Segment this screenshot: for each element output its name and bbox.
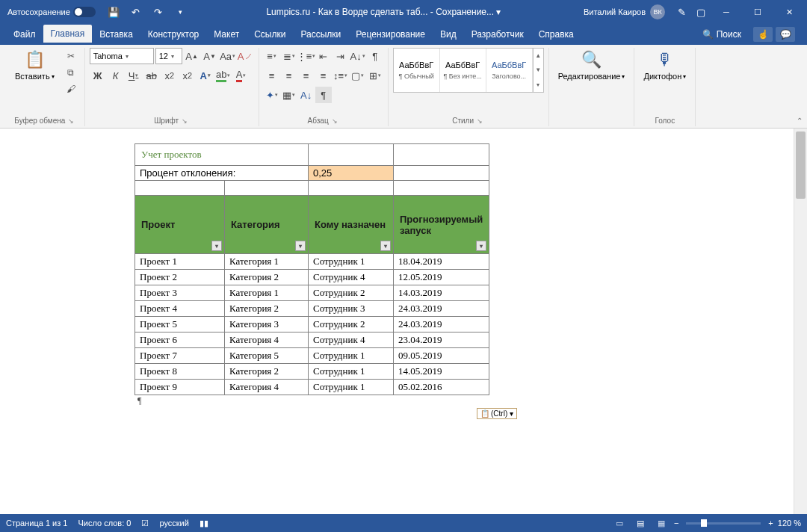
table-cell[interactable]: Категория 1: [225, 285, 309, 301]
zoom-in-button[interactable]: +: [768, 519, 773, 528]
filter-icon[interactable]: ▾: [380, 241, 391, 251]
decrease-indent-button[interactable]: ⇤: [315, 48, 332, 64]
pilcrow-button[interactable]: ¶: [315, 87, 332, 103]
view-read-button[interactable]: ▭: [611, 516, 628, 530]
status-macro-icon[interactable]: ▮▮: [200, 519, 208, 528]
status-words[interactable]: Число слов: 0: [78, 519, 131, 528]
line-spacing-button[interactable]: ↕≡: [333, 67, 349, 84]
text-effects-button[interactable]: A: [197, 67, 214, 84]
bold-button[interactable]: Ж: [90, 67, 106, 84]
font-name-combo[interactable]: Tahoma▾: [90, 48, 154, 64]
document-page[interactable]: Учет проектов Процент отклонения: 0,25 П…: [0, 129, 794, 514]
font-color-button[interactable]: A: [233, 67, 250, 84]
themes-button[interactable]: ✦: [264, 87, 280, 103]
table-cell[interactable]: Проект 2: [135, 270, 225, 285]
status-page[interactable]: Страница 1 из 1: [6, 519, 67, 528]
table-cell[interactable]: 23.04.2019: [394, 332, 489, 348]
pct-label-cell[interactable]: Процент отклонения:: [135, 166, 309, 181]
view-web-button[interactable]: ▦: [653, 516, 670, 530]
clear-format-button[interactable]: A⟋: [238, 48, 254, 64]
header-project[interactable]: Проект▾: [135, 196, 225, 254]
header-launch[interactable]: Прогнозируемый запуск▾: [394, 196, 489, 254]
style-nospacing[interactable]: АаБбВвГ ¶ Без инте...: [440, 49, 486, 92]
font-launcher-icon[interactable]: ↘: [182, 117, 189, 125]
table-row[interactable]: Проект 2Категория 2Сотрудник 412.05.2019: [135, 270, 489, 285]
table-cell[interactable]: 09.05.2019: [394, 348, 489, 364]
table-cell[interactable]: Проект 7: [135, 348, 225, 364]
table-cell[interactable]: 24.03.2019: [394, 301, 489, 317]
table-cell[interactable]: Сотрудник 1: [309, 364, 394, 380]
table-row[interactable]: Проект 9Категория 4Сотрудник 105.02.2016: [135, 380, 489, 395]
table-row[interactable]: Проект 6Категория 4Сотрудник 423.04.2019: [135, 332, 489, 348]
table-cell[interactable]: Проект 4: [135, 301, 225, 317]
align-left-button[interactable]: ≡: [264, 67, 280, 84]
filter-icon[interactable]: ▾: [295, 241, 306, 251]
table-cell[interactable]: 05.02.2016: [394, 380, 489, 395]
tab-developer[interactable]: Разработчик: [464, 25, 531, 43]
autosave-toggle[interactable]: Автосохранение: [3, 7, 100, 17]
collapse-ribbon-icon[interactable]: ⌃: [797, 117, 803, 125]
minimize-button[interactable]: ─: [711, 0, 741, 24]
format-painter-button[interactable]: 🖌: [64, 82, 78, 96]
justify-button[interactable]: ≡: [315, 67, 332, 84]
underline-button[interactable]: Ч: [126, 67, 142, 84]
paste-button[interactable]: 📋 Вставить▾: [10, 48, 59, 82]
undo-icon[interactable]: ↶: [127, 3, 145, 21]
table-cell[interactable]: Категория 1: [225, 254, 309, 270]
draw-mode-icon[interactable]: ✎: [672, 3, 690, 21]
view-print-button[interactable]: ▤: [632, 516, 649, 530]
show-marks-button[interactable]: ¶: [367, 48, 383, 64]
header-category[interactable]: Категория▾: [225, 196, 309, 254]
table-cell[interactable]: Категория 5: [225, 348, 309, 364]
table-cell[interactable]: Категория 4: [225, 380, 309, 395]
table-cell[interactable]: 18.04.2019: [394, 254, 489, 270]
borders-button[interactable]: ⊞: [367, 67, 383, 84]
change-case-button[interactable]: Aa: [220, 48, 236, 64]
superscript-button[interactable]: x2: [179, 67, 196, 84]
table-cell[interactable]: Сотрудник 4: [309, 270, 394, 285]
user-account[interactable]: Виталий Каиров ВК: [578, 4, 671, 19]
filter-icon[interactable]: ▾: [476, 241, 486, 251]
status-language[interactable]: русский: [159, 519, 188, 528]
styles-gallery[interactable]: АаБбВвГ ¶ Обычный АаБбВвГ ¶ Без инте... …: [393, 48, 544, 93]
table-cell[interactable]: Сотрудник 4: [309, 332, 394, 348]
table-cell[interactable]: Проект 6: [135, 332, 225, 348]
table-row[interactable]: Проект 8Категория 2Сотрудник 114.05.2019: [135, 364, 489, 380]
highlight-button[interactable]: ab: [215, 67, 232, 84]
table-cell[interactable]: Проект 9: [135, 380, 225, 395]
shading-button[interactable]: ▢: [350, 67, 366, 84]
dictate-button[interactable]: 🎙 Диктофон▾: [639, 48, 690, 82]
table-cell[interactable]: Категория 2: [225, 270, 309, 285]
fill-button[interactable]: ▦: [281, 87, 297, 103]
numbering-button[interactable]: ≣: [281, 48, 297, 64]
multilevel-button[interactable]: ⋮≡: [298, 48, 315, 64]
status-spellcheck-icon[interactable]: ☑: [141, 519, 149, 528]
tab-mailings[interactable]: Рассылки: [293, 25, 348, 43]
italic-button[interactable]: К: [108, 67, 124, 84]
tab-home[interactable]: Главная: [43, 25, 93, 44]
editing-button[interactable]: 🔍 Редактирование▾: [554, 48, 630, 82]
search-box[interactable]: 🔍 Поиск: [696, 29, 747, 40]
table-cell[interactable]: Категория 2: [225, 364, 309, 380]
scrollbar-thumb[interactable]: [796, 132, 806, 199]
tab-layout[interactable]: Макет: [206, 25, 247, 43]
table-cell[interactable]: 14.05.2019: [394, 364, 489, 380]
redo-icon[interactable]: ↷: [149, 3, 167, 21]
table-row[interactable]: Проект 3Категория 1Сотрудник 214.03.2019: [135, 285, 489, 301]
table-cell[interactable]: Сотрудник 2: [309, 285, 394, 301]
table-cell[interactable]: Сотрудник 1: [309, 348, 394, 364]
zoom-level[interactable]: 120 %: [778, 519, 801, 528]
vertical-scrollbar[interactable]: [794, 129, 807, 514]
clipboard-launcher-icon[interactable]: ↘: [68, 117, 75, 125]
styles-launcher-icon[interactable]: ↘: [477, 117, 484, 125]
table-cell[interactable]: 24.03.2019: [394, 317, 489, 332]
table-cell[interactable]: Проект 8: [135, 364, 225, 380]
grow-font-button[interactable]: A▲: [184, 48, 200, 64]
filter-icon[interactable]: ▾: [211, 241, 222, 251]
table-cell[interactable]: Проект 1: [135, 254, 225, 270]
header-assignee[interactable]: Кому назначен▾: [309, 196, 394, 254]
table-cell[interactable]: Сотрудник 1: [309, 254, 394, 270]
ribbon-display-icon[interactable]: ▢: [692, 3, 710, 21]
align-right-button[interactable]: ≡: [298, 67, 315, 84]
tab-view[interactable]: Вид: [433, 25, 464, 43]
